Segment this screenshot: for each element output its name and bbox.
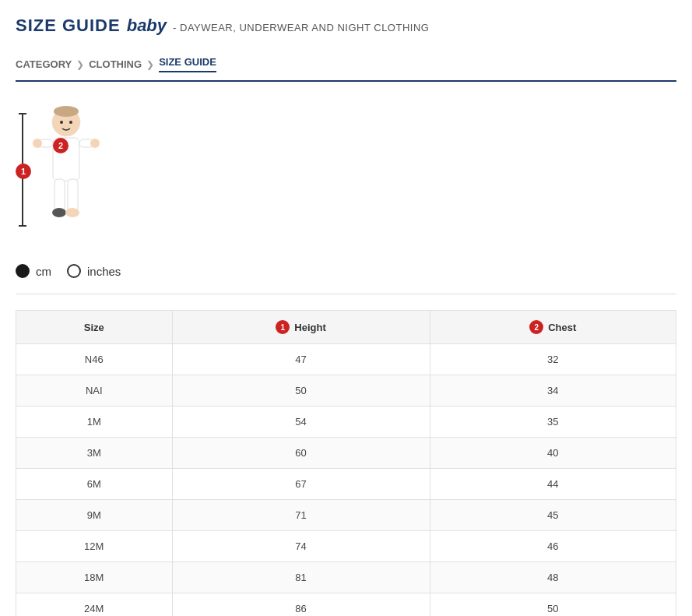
svg-rect-10: [68, 179, 78, 212]
svg-rect-9: [54, 179, 65, 212]
cell-size: NAI: [16, 375, 173, 407]
cell-height: 71: [172, 500, 430, 531]
cell-size: N46: [16, 344, 173, 375]
table-row: 12M 74 46: [16, 531, 676, 562]
cell-chest: 44: [430, 469, 676, 500]
svg-point-1: [54, 106, 79, 117]
image-section: 1: [16, 105, 676, 245]
col-chest: 2 Chest: [430, 311, 676, 344]
unit-selector: cm inches: [16, 264, 676, 278]
svg-point-11: [52, 208, 66, 217]
inches-radio[interactable]: [67, 264, 81, 278]
cell-size: 12M: [16, 531, 173, 562]
chest-col-badge: 2: [529, 320, 543, 334]
page-container: SIZE GUIDE baby - DAYWEAR, UNDERWEAR AND…: [0, 0, 692, 616]
cell-size: 3M: [16, 438, 173, 469]
table-row: 24M 86 50: [16, 593, 676, 617]
table-body: N46 47 32 NAI 50 34 1M 54 35 3M 60 40 6M…: [16, 344, 676, 617]
cell-height: 54: [172, 407, 430, 438]
cell-height: 60: [172, 438, 430, 469]
cell-size: 24M: [16, 593, 173, 617]
height-badge: 1: [16, 164, 31, 179]
breadcrumb-clothing[interactable]: CLOTHING: [89, 58, 142, 70]
inches-option[interactable]: inches: [67, 264, 121, 278]
cell-chest: 35: [430, 407, 676, 438]
table-row: NAI 50 34: [16, 375, 676, 407]
body-image-container: 1: [16, 105, 140, 245]
chest-badge: 2: [53, 138, 68, 153]
height-col-badge: 1: [276, 320, 290, 334]
cell-height: 47: [172, 344, 430, 375]
table-row: N46 47 32: [16, 344, 676, 375]
cell-chest: 32: [430, 344, 676, 375]
cell-chest: 48: [430, 562, 676, 593]
cell-height: 86: [172, 593, 430, 617]
cm-option[interactable]: cm: [16, 264, 51, 278]
svg-point-7: [33, 139, 42, 148]
cell-size: 9M: [16, 500, 173, 531]
cell-height: 81: [172, 562, 430, 593]
cm-radio[interactable]: [16, 264, 30, 278]
table-row: 1M 54 35: [16, 407, 676, 438]
section-divider: [16, 294, 676, 294]
cell-height: 50: [172, 375, 430, 407]
cell-chest: 45: [430, 500, 676, 531]
subtitle-label: - DAYWEAR, UNDERWEAR AND NIGHT CLOTHING: [173, 22, 429, 33]
breadcrumb: CATEGORY CLOTHING SIZE GUIDE: [16, 48, 676, 82]
page-title-section: SIZE GUIDE baby - DAYWEAR, UNDERWEAR AND…: [16, 16, 676, 36]
svg-point-8: [90, 139, 100, 148]
col-size: Size: [16, 311, 173, 344]
breadcrumb-sep-2: [146, 59, 154, 70]
cell-size: 18M: [16, 562, 173, 593]
table-row: 6M 67 44: [16, 469, 676, 500]
measurement-bottom-tick: [19, 225, 26, 227]
inches-label: inches: [87, 265, 121, 278]
cell-size: 1M: [16, 407, 173, 438]
cm-label: cm: [36, 265, 51, 278]
size-table: Size 1 Height 2 Chest N46 47: [16, 310, 676, 616]
cell-height: 67: [172, 469, 430, 500]
table-header-row: Size 1 Height 2 Chest: [16, 311, 676, 344]
measurement-top-tick: [19, 113, 26, 114]
svg-point-3: [69, 121, 72, 124]
col-height: 1 Height: [172, 311, 430, 344]
baby-label: baby: [127, 16, 167, 36]
svg-point-12: [65, 208, 79, 217]
cell-chest: 46: [430, 531, 676, 562]
table-header: Size 1 Height 2 Chest: [16, 311, 676, 344]
table-row: 3M 60 40: [16, 438, 676, 469]
breadcrumb-category[interactable]: CATEGORY: [16, 58, 72, 70]
breadcrumb-sep-1: [76, 59, 84, 70]
cell-chest: 34: [430, 375, 676, 407]
cell-chest: 40: [430, 438, 676, 469]
cell-chest: 50: [430, 593, 676, 617]
table-row: 18M 81 48: [16, 562, 676, 593]
svg-point-2: [60, 121, 63, 124]
table-row: 9M 71 45: [16, 500, 676, 531]
breadcrumb-size-guide: SIZE GUIDE: [159, 56, 216, 72]
size-guide-label: SIZE GUIDE: [16, 16, 121, 36]
cell-size: 6M: [16, 469, 173, 500]
cell-height: 74: [172, 531, 430, 562]
baby-figure-svg: [31, 105, 101, 230]
